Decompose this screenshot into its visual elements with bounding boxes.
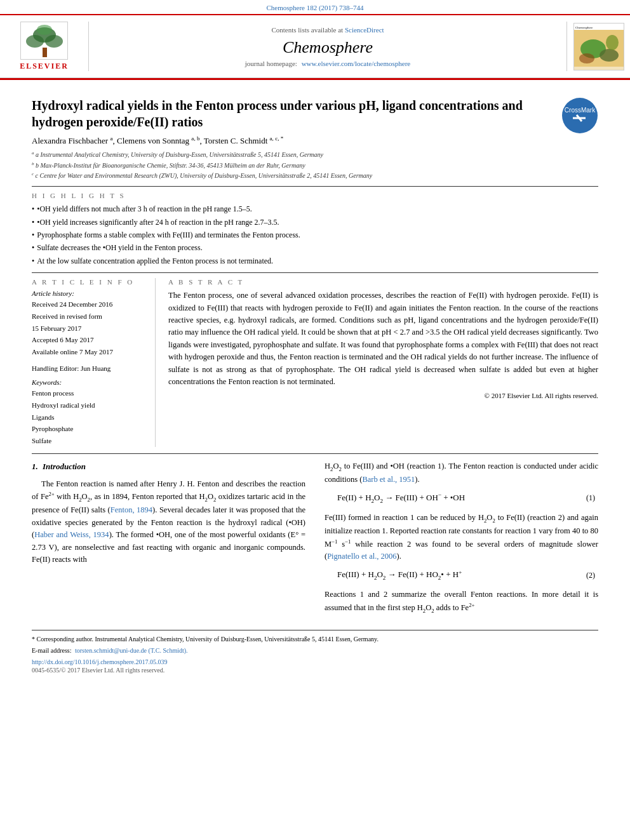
contents-text: Contents lists available at [271,26,343,34]
article-info-header: A R T I C L E I N F O [32,278,145,286]
svg-point-14 [562,98,598,133]
contents-line: Contents lists available at ScienceDirec… [271,26,384,34]
keywords-title: Keywords: [32,378,145,386]
journal-cover-svg: Chemosphere [574,23,624,70]
elsevier-wordmark: ELSEVIER [20,62,69,71]
svg-point-5 [37,25,52,35]
revised-label: Received in revised form [32,310,145,323]
fenton-ref[interactable]: Fenton, 1894 [111,505,152,514]
highlight-2: ••OH yield increases significantly after… [32,216,598,229]
elsevier-tree-image [20,22,68,60]
highlight-1: ••OH yield differs not much after 3 h of… [32,203,598,215]
accepted-date: Accepted 6 May 2017 [32,334,145,346]
keyword-2: Hydroxyl radical yield [32,399,145,411]
svg-point-10 [600,49,619,62]
citation-text: Chemosphere 182 (2017) 738–744 [266,4,363,11]
pignatello-ref[interactable]: Pignatello et al., 2006 [327,552,396,561]
highlight-3: •Pyrophosphate forms a stable complex wi… [32,229,598,241]
email-label: E-mail address: [32,647,71,654]
intro-left-col: 1. Introduction The Fenton reaction is n… [32,460,305,620]
citation-bar: Chemosphere 182 (2017) 738–744 [0,0,630,14]
highlight-4: •Sulfate decreases the •OH yield in the … [32,241,598,254]
affiliation-c: c c Centre for Water and Environmental R… [32,171,598,181]
keyword-3: Ligands [32,411,145,423]
svg-rect-13 [574,67,624,70]
keywords-section: Keywords: Fenton process Hydroxyl radica… [32,378,145,446]
intro-section-heading: 1. Introduction [32,460,305,473]
corresponding-author-note: * Corresponding author. Instrumental Ana… [32,634,598,644]
article-info-abstract: A R T I C L E I N F O Article history: R… [32,278,598,446]
equation-2: Fe(III) + H2O2 → Fe(II) + HO2• + H+ (2) [325,568,598,582]
copyright-line: © 2017 Elsevier Ltd. All rights reserved… [168,392,598,399]
abstract-col: A B S T R A C T The Fenton process, one … [168,278,598,446]
authors-line: Alexandra Fischbacher a, Clemens von Son… [32,135,598,146]
article-title-container: Hydroxyl radical yields in the Fenton pr… [32,97,598,130]
homepage-url[interactable]: www.elsevier.com/locate/chemosphere [302,60,411,67]
affiliations-block: a a Instrumental Analytical Chemistry, U… [32,150,598,181]
highlights-list: ••OH yield differs not much after 3 h of… [32,203,598,267]
journal-thumbnail-container: Chemosphere [566,22,630,71]
intro-two-col: 1. Introduction The Fenton reaction is n… [32,460,598,620]
sciencedirect-link[interactable]: ScienceDirect [345,26,384,34]
intro-section: 1. Introduction The Fenton reaction is n… [32,460,598,620]
email-address[interactable]: torsten.schmidt@uni-due.de (T.C. Schmidt… [75,647,188,654]
keyword-4: Pyrophosphate [32,423,145,435]
intro-right-para-2: Fe(III) formed in reaction 1 can be redu… [325,512,598,563]
divider-2 [32,272,598,273]
eq2-formula: Fe(III) + H2O2 → Fe(II) + HO2• + H+ [328,568,586,582]
journal-thumbnail: Chemosphere [573,23,624,70]
article-title: Hydroxyl radical yields in the Fenton pr… [32,97,551,130]
eq1-formula: Fe(II) + H2O2 → Fe(III) + OH− + •OH [328,491,586,505]
intro-right-para-1: H2O2 to Fe(III) and •OH (reaction 1). Th… [325,460,598,486]
footnote-section: * Corresponding author. Instrumental Ana… [32,630,598,656]
intro-right-para-3: Reactions 1 and 2 summarize the overall … [325,589,598,615]
svg-point-2 [26,35,44,48]
intro-right-col: H2O2 to Fe(III) and •OH (reaction 1). Th… [325,460,598,620]
highlight-5: •At the low sulfate concentration applie… [32,255,598,267]
keyword-5: Sulfate [32,435,145,447]
journal-homepage: journal homepage: www.elsevier.com/locat… [245,60,410,67]
divider-3 [32,453,598,454]
svg-rect-4 [43,48,47,57]
homepage-prefix: journal homepage: [245,60,297,67]
main-content: Hydroxyl radical yields in the Fenton pr… [0,80,630,683]
svg-point-3 [45,35,63,48]
svg-text:CrossMark: CrossMark [565,107,596,114]
email-line: E-mail address: torsten.schmidt@uni-due.… [32,646,598,656]
affiliation-a: a a Instrumental Analytical Chemistry, U… [32,150,598,160]
abstract-text: The Fenton process, one of several advan… [168,290,598,388]
available-date: Available online 7 May 2017 [32,346,145,358]
article-history-section: Article history: Received 24 December 20… [32,290,145,357]
equation-1: Fe(II) + H2O2 → Fe(III) + OH− + •OH (1) [325,491,598,505]
svg-point-11 [579,53,594,63]
handling-editor: Handling Editor: Jun Huang [32,363,145,374]
journal-header: ELSEVIER Contents lists available at Sci… [0,14,630,78]
haber-ref[interactable]: Haber and Weiss, 1934 [34,530,109,539]
intro-para-1: The Fenton reaction is named after Henry… [32,478,305,566]
article-info-col: A R T I C L E I N F O Article history: R… [32,278,156,446]
elsevier-tree-svg [21,22,68,60]
issn-line: 0045-6535/© 2017 Elsevier Ltd. All right… [32,667,598,674]
crossmark-svg: CrossMark [561,97,598,134]
affiliation-b: b b Max-Planck-Institut für Bioanorganis… [32,161,598,171]
barb-ref[interactable]: Barb et al., 1951 [362,475,415,484]
eq1-number: (1) [586,492,595,504]
article-history-title: Article history: [32,290,145,297]
journal-title: Chemosphere [283,38,373,57]
divider-1 [32,186,598,187]
revised-date: 15 February 2017 [32,323,145,335]
svg-point-12 [606,35,619,50]
abstract-header: A B S T R A C T [168,278,598,286]
highlights-section: H I G H L I G H T S ••OH yield differs n… [32,192,598,267]
crossmark-badge[interactable]: CrossMark [561,97,598,134]
highlights-header: H I G H L I G H T S [32,192,598,199]
keyword-1: Fenton process [32,387,145,399]
journal-center-info: Contents lists available at ScienceDirec… [89,22,566,71]
doi-line[interactable]: http://dx.doi.org/10.1016/j.chemosphere.… [32,658,598,665]
eq2-number: (2) [586,570,595,582]
svg-text:Chemosphere: Chemosphere [575,26,593,29]
received-date: Received 24 December 2016 [32,298,145,310]
elsevier-logo-container: ELSEVIER [0,22,89,71]
